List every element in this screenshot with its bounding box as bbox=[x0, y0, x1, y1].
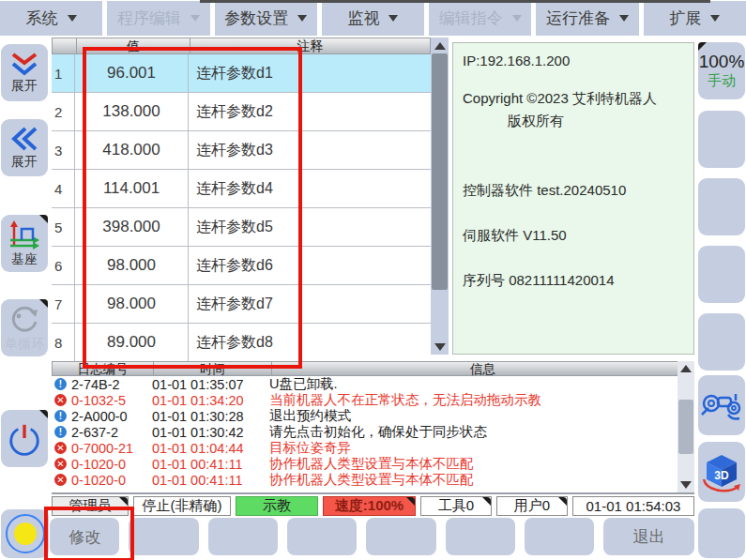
copyright-line2: 版权所有 bbox=[463, 113, 693, 130]
chevron-down-icon bbox=[388, 15, 398, 22]
yellow-status-light-icon bbox=[6, 514, 45, 553]
param-value: 89.000 bbox=[75, 324, 189, 361]
speed-percent-label: 100% bbox=[699, 52, 745, 72]
log-message: 协作机器人类型设置与本体不匹配 bbox=[269, 471, 677, 489]
bottom-button-empty[interactable] bbox=[208, 518, 278, 555]
menu-system[interactable]: 系统 bbox=[0, 1, 102, 36]
power-icon bbox=[7, 421, 42, 457]
log-row[interactable]: ✕ 0-1020-0 01-01 00:41:11 协作机器人类型设置与本体不匹… bbox=[52, 472, 677, 488]
manual-mode-label: 手动 bbox=[708, 72, 736, 90]
param-comment: 连杆参数d7 bbox=[189, 285, 431, 323]
menu-monitor[interactable]: 监视 bbox=[322, 1, 424, 36]
scroll-up-icon[interactable] bbox=[431, 38, 449, 53]
tool-badge[interactable]: 工具0 bbox=[420, 496, 492, 516]
table-row[interactable]: 3 418.000 连杆参数d3 bbox=[52, 131, 431, 170]
table-row[interactable]: 7 98.000 连杆参数d7 bbox=[52, 285, 431, 324]
side-button-empty[interactable] bbox=[698, 508, 745, 558]
param-value: 96.001 bbox=[75, 54, 189, 92]
teach-pendant-screen: 系统 程序编辑 参数设置 监视 编辑指令 运行准备 扩展 bbox=[0, 0, 746, 560]
table-scrollbar[interactable] bbox=[431, 38, 449, 355]
scroll-down-icon[interactable] bbox=[431, 339, 449, 355]
user-role-badge[interactable]: 管理员 bbox=[52, 496, 129, 516]
exit-button[interactable]: 退出 bbox=[603, 518, 694, 555]
param-value: 138.000 bbox=[75, 93, 189, 130]
bottom-button-empty[interactable] bbox=[525, 518, 594, 555]
table-row[interactable]: 8 89.000 连杆参数d8 bbox=[52, 324, 431, 362]
log-row[interactable]: ! 2-637-2 01-01 01:30:42 请先点击初始化，确保处于同步状… bbox=[52, 424, 677, 440]
single-cycle-button: 单循环 bbox=[1, 299, 48, 356]
menu-bar: 系统 程序编辑 参数设置 监视 编辑指令 运行准备 扩展 bbox=[0, 0, 746, 36]
menu-param-settings[interactable]: 参数设置 bbox=[215, 1, 317, 36]
side-button-empty[interactable] bbox=[698, 111, 745, 168]
base-frame-button[interactable]: 基座 bbox=[1, 215, 48, 272]
param-comment: 连杆参数d4 bbox=[189, 170, 431, 207]
modify-button-label: 修改 bbox=[69, 526, 100, 548]
side-button-empty[interactable] bbox=[698, 246, 745, 303]
table-row[interactable]: 1 96.001 连杆参数d1 bbox=[52, 54, 431, 93]
speed-mode-button[interactable]: 100% 手动 bbox=[698, 42, 745, 99]
param-value: 398.000 bbox=[75, 208, 189, 246]
menu-system-label: 系统 bbox=[26, 8, 58, 29]
scroll-down-icon[interactable] bbox=[680, 477, 692, 492]
side-button-empty[interactable] bbox=[698, 313, 745, 371]
log-time: 01-01 01:35:07 bbox=[152, 377, 269, 392]
log-row[interactable]: ! 2-A000-0 01-01 01:30:28 退出预约模式 bbox=[52, 408, 677, 424]
chevron-down-icon bbox=[619, 15, 629, 22]
speed-label: 速度:100% bbox=[335, 497, 403, 515]
view-3d-button[interactable]: 3D bbox=[698, 442, 745, 502]
table-row[interactable]: 4 114.001 连杆参数d4 bbox=[52, 170, 431, 208]
value-column-header: 值 bbox=[76, 38, 190, 53]
scroll-up-icon[interactable] bbox=[680, 361, 692, 376]
log-row[interactable]: ✕ 0-7000-21 01-01 01:04:44 目标位姿奇异 bbox=[52, 440, 677, 456]
log-time: 01-01 00:41:11 bbox=[152, 457, 269, 472]
speed-badge[interactable]: 速度:100% bbox=[323, 496, 416, 516]
tool-label: 工具0 bbox=[438, 497, 474, 515]
row-number: 5 bbox=[52, 208, 75, 246]
chevron-down-icon bbox=[190, 15, 200, 22]
scrollbar-track[interactable] bbox=[431, 53, 449, 339]
menu-run-prep[interactable]: 运行准备 bbox=[536, 1, 638, 36]
log-time: 01-01 01:04:44 bbox=[152, 441, 269, 456]
menu-extend[interactable]: 扩展 bbox=[644, 1, 746, 36]
drag-teach-button[interactable] bbox=[698, 375, 745, 435]
chevron-down-icon bbox=[68, 15, 77, 22]
bottom-button-empty[interactable] bbox=[366, 518, 435, 555]
log-message-header: 信息 bbox=[271, 362, 693, 375]
robot-drag-icon bbox=[700, 386, 743, 424]
modify-button[interactable]: 修改 bbox=[50, 518, 119, 555]
row-number: 7 bbox=[52, 285, 75, 323]
run-state-badge: 停止(非精确) bbox=[133, 496, 231, 516]
user-frame-badge[interactable]: 用户0 bbox=[496, 496, 568, 516]
log-scrollbar[interactable] bbox=[677, 361, 694, 492]
table-row[interactable]: 2 138.000 连杆参数d2 bbox=[52, 93, 431, 131]
param-comment: 连杆参数d5 bbox=[189, 208, 431, 246]
status-indicator-button[interactable] bbox=[1, 509, 49, 558]
double-chevron-left-icon bbox=[8, 126, 40, 152]
log-row[interactable]: ✕ 0-1032-5 01-01 01:34:20 当前机器人不在正常状态，无法… bbox=[52, 392, 677, 408]
expand-left-button[interactable]: 展开 bbox=[1, 119, 48, 176]
scrollbar-thumb[interactable] bbox=[432, 53, 448, 290]
error-icon: ✕ bbox=[54, 474, 67, 486]
power-button[interactable] bbox=[1, 410, 48, 467]
param-comment: 连杆参数d8 bbox=[189, 324, 431, 361]
param-value: 114.001 bbox=[75, 170, 189, 207]
side-button-empty[interactable] bbox=[698, 178, 745, 235]
log-row[interactable]: ! 2-74B-2 01-01 01:35:07 U盘已卸载. bbox=[52, 376, 677, 392]
param-comment: 连杆参数d1 bbox=[189, 54, 431, 92]
bottom-button-empty[interactable] bbox=[129, 518, 198, 555]
table-row[interactable]: 5 398.000 连杆参数d5 bbox=[52, 208, 431, 247]
log-id: 2-74B-2 bbox=[71, 377, 152, 392]
log-row[interactable]: ✕ 0-1020-0 01-01 00:41:11 协作机器人类型设置与本体不匹… bbox=[52, 456, 677, 472]
bottom-button-empty[interactable] bbox=[446, 518, 515, 555]
expand-down-button[interactable]: 展开 bbox=[1, 44, 48, 101]
bottom-button-empty[interactable] bbox=[287, 518, 357, 555]
menu-extend-label: 扩展 bbox=[669, 8, 701, 29]
row-number: 4 bbox=[52, 170, 75, 207]
bottom-button-bar: 修改 退出 bbox=[50, 518, 694, 555]
info-icon: ! bbox=[54, 426, 67, 438]
scrollbar-thumb[interactable] bbox=[678, 400, 693, 454]
table-row[interactable]: 6 98.000 连杆参数d6 bbox=[52, 247, 431, 285]
teach-mode-label: 示教 bbox=[263, 497, 291, 515]
cube-3d-icon: 3D bbox=[700, 450, 743, 493]
menu-param-settings-label: 参数设置 bbox=[224, 8, 288, 29]
